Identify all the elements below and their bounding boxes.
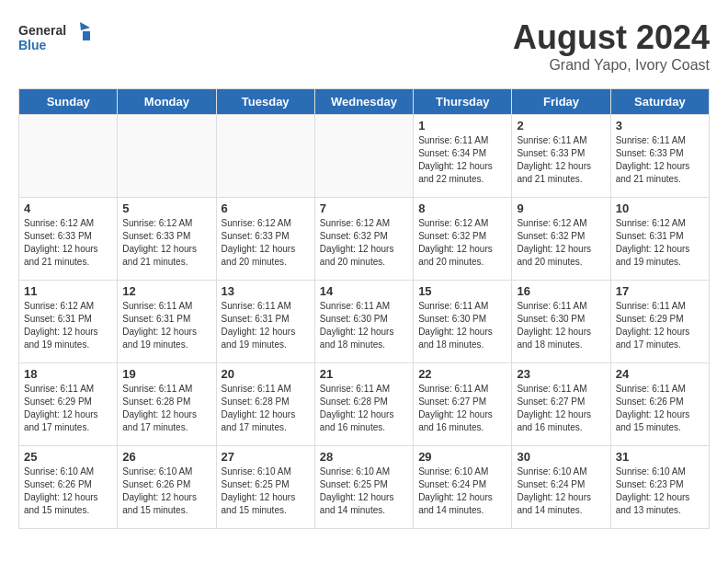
calendar-cell [314, 115, 413, 198]
weekday-header-thursday: Thursday [414, 89, 512, 115]
generalblue-logo: General Blue [18, 18, 92, 59]
calendar-cell: 8Sunrise: 6:12 AM Sunset: 6:32 PM Daylig… [414, 198, 512, 281]
weekday-header-wednesday: Wednesday [314, 89, 413, 115]
day-number: 21 [320, 367, 408, 381]
day-number: 27 [222, 450, 310, 464]
day-number: 17 [616, 284, 704, 298]
day-info: Sunrise: 6:10 AM Sunset: 6:26 PM Dayligh… [24, 465, 112, 517]
header: General Blue August 2024 Grand Yapo, Ivo… [18, 18, 710, 74]
weekday-header-friday: Friday [512, 89, 610, 115]
calendar-table: SundayMondayTuesdayWednesdayThursdayFrid… [18, 88, 710, 529]
calendar-cell: 11Sunrise: 6:12 AM Sunset: 6:31 PM Dayli… [19, 281, 118, 363]
day-info: Sunrise: 6:11 AM Sunset: 6:28 PM Dayligh… [222, 383, 310, 434]
calendar-cell: 6Sunrise: 6:12 AM Sunset: 6:33 PM Daylig… [216, 198, 314, 281]
day-number: 19 [122, 367, 210, 381]
calendar-week-3: 11Sunrise: 6:12 AM Sunset: 6:31 PM Dayli… [19, 281, 710, 363]
calendar-cell: 26Sunrise: 6:10 AM Sunset: 6:26 PM Dayli… [118, 446, 216, 529]
day-number: 25 [24, 450, 112, 464]
calendar-cell: 20Sunrise: 6:11 AM Sunset: 6:28 PM Dayli… [216, 363, 314, 446]
calendar-cell: 28Sunrise: 6:10 AM Sunset: 6:25 PM Dayli… [314, 446, 413, 529]
day-info: Sunrise: 6:10 AM Sunset: 6:25 PM Dayligh… [320, 465, 408, 517]
calendar-cell: 12Sunrise: 6:11 AM Sunset: 6:31 PM Dayli… [118, 281, 216, 363]
calendar-cell: 19Sunrise: 6:11 AM Sunset: 6:28 PM Dayli… [118, 363, 216, 446]
day-info: Sunrise: 6:12 AM Sunset: 6:32 PM Dayligh… [418, 217, 506, 269]
calendar-week-5: 25Sunrise: 6:10 AM Sunset: 6:26 PM Dayli… [19, 446, 710, 529]
calendar-cell: 3Sunrise: 6:11 AM Sunset: 6:33 PM Daylig… [610, 115, 709, 198]
day-number: 23 [517, 367, 605, 381]
calendar-cell: 25Sunrise: 6:10 AM Sunset: 6:26 PM Dayli… [19, 446, 118, 529]
calendar-cell: 16Sunrise: 6:11 AM Sunset: 6:30 PM Dayli… [512, 281, 610, 363]
calendar-cell: 24Sunrise: 6:11 AM Sunset: 6:26 PM Dayli… [610, 363, 709, 446]
day-number: 7 [320, 201, 408, 215]
weekday-header-sunday: Sunday [19, 89, 118, 115]
title-area: August 2024 Grand Yapo, Ivory Coast [513, 18, 710, 74]
calendar-cell: 4Sunrise: 6:12 AM Sunset: 6:33 PM Daylig… [19, 198, 118, 281]
day-info: Sunrise: 6:12 AM Sunset: 6:31 PM Dayligh… [24, 300, 112, 351]
day-number: 29 [418, 450, 506, 464]
calendar-header: SundayMondayTuesdayWednesdayThursdayFrid… [19, 89, 710, 115]
day-info: Sunrise: 6:11 AM Sunset: 6:31 PM Dayligh… [222, 300, 310, 351]
day-number: 20 [222, 367, 310, 381]
calendar-cell: 7Sunrise: 6:12 AM Sunset: 6:32 PM Daylig… [314, 198, 413, 281]
calendar-cell: 14Sunrise: 6:11 AM Sunset: 6:30 PM Dayli… [314, 281, 413, 363]
calendar-cell: 29Sunrise: 6:10 AM Sunset: 6:24 PM Dayli… [414, 446, 512, 529]
svg-text:General: General [18, 23, 66, 38]
calendar-cell: 21Sunrise: 6:11 AM Sunset: 6:28 PM Dayli… [314, 363, 413, 446]
day-info: Sunrise: 6:11 AM Sunset: 6:30 PM Dayligh… [320, 300, 408, 351]
day-info: Sunrise: 6:10 AM Sunset: 6:23 PM Dayligh… [616, 465, 704, 517]
day-info: Sunrise: 6:11 AM Sunset: 6:34 PM Dayligh… [418, 134, 506, 186]
calendar-location: Grand Yapo, Ivory Coast [513, 57, 710, 74]
day-info: Sunrise: 6:12 AM Sunset: 6:33 PM Dayligh… [24, 217, 112, 269]
day-info: Sunrise: 6:12 AM Sunset: 6:31 PM Dayligh… [616, 217, 704, 269]
calendar-cell: 9Sunrise: 6:12 AM Sunset: 6:32 PM Daylig… [512, 198, 610, 281]
logo: General Blue [18, 18, 92, 59]
svg-marker-3 [83, 31, 90, 40]
day-info: Sunrise: 6:11 AM Sunset: 6:28 PM Dayligh… [122, 383, 210, 434]
day-number: 14 [320, 284, 408, 298]
calendar-week-4: 18Sunrise: 6:11 AM Sunset: 6:29 PM Dayli… [19, 363, 710, 446]
weekday-header-monday: Monday [118, 89, 216, 115]
day-number: 9 [517, 201, 605, 215]
calendar-cell: 15Sunrise: 6:11 AM Sunset: 6:30 PM Dayli… [414, 281, 512, 363]
day-number: 13 [222, 284, 310, 298]
day-info: Sunrise: 6:11 AM Sunset: 6:31 PM Dayligh… [122, 300, 210, 351]
day-number: 2 [517, 119, 605, 132]
calendar-cell: 22Sunrise: 6:11 AM Sunset: 6:27 PM Dayli… [414, 363, 512, 446]
calendar-cell: 2Sunrise: 6:11 AM Sunset: 6:33 PM Daylig… [512, 115, 610, 198]
day-number: 31 [616, 450, 704, 464]
calendar-cell: 17Sunrise: 6:11 AM Sunset: 6:29 PM Dayli… [610, 281, 709, 363]
day-info: Sunrise: 6:11 AM Sunset: 6:26 PM Dayligh… [616, 383, 704, 434]
calendar-cell: 13Sunrise: 6:11 AM Sunset: 6:31 PM Dayli… [216, 281, 314, 363]
day-number: 6 [222, 201, 310, 215]
day-number: 18 [24, 367, 112, 381]
calendar-body: 1Sunrise: 6:11 AM Sunset: 6:34 PM Daylig… [19, 115, 710, 529]
svg-text:Blue: Blue [18, 38, 47, 52]
day-info: Sunrise: 6:10 AM Sunset: 6:25 PM Dayligh… [222, 465, 310, 517]
weekday-header-row: SundayMondayTuesdayWednesdayThursdayFrid… [19, 89, 710, 115]
day-info: Sunrise: 6:11 AM Sunset: 6:30 PM Dayligh… [418, 300, 506, 351]
day-info: Sunrise: 6:12 AM Sunset: 6:32 PM Dayligh… [320, 217, 408, 269]
day-number: 1 [418, 119, 506, 132]
calendar-title: August 2024 [513, 18, 710, 57]
calendar-cell: 1Sunrise: 6:11 AM Sunset: 6:34 PM Daylig… [414, 115, 512, 198]
day-number: 24 [616, 367, 704, 381]
day-number: 15 [418, 284, 506, 298]
calendar-week-2: 4Sunrise: 6:12 AM Sunset: 6:33 PM Daylig… [19, 198, 710, 281]
day-number: 12 [122, 284, 210, 298]
day-number: 26 [122, 450, 210, 464]
day-info: Sunrise: 6:10 AM Sunset: 6:24 PM Dayligh… [517, 465, 605, 517]
day-number: 3 [616, 119, 704, 132]
day-info: Sunrise: 6:12 AM Sunset: 6:33 PM Dayligh… [222, 217, 310, 269]
svg-marker-2 [80, 22, 90, 30]
calendar-cell: 30Sunrise: 6:10 AM Sunset: 6:24 PM Dayli… [512, 446, 610, 529]
day-number: 16 [517, 284, 605, 298]
day-info: Sunrise: 6:10 AM Sunset: 6:24 PM Dayligh… [418, 465, 506, 517]
calendar-cell: 31Sunrise: 6:10 AM Sunset: 6:23 PM Dayli… [610, 446, 709, 529]
day-number: 5 [122, 201, 210, 215]
day-info: Sunrise: 6:11 AM Sunset: 6:28 PM Dayligh… [320, 383, 408, 434]
day-info: Sunrise: 6:11 AM Sunset: 6:33 PM Dayligh… [616, 134, 704, 186]
day-info: Sunrise: 6:11 AM Sunset: 6:29 PM Dayligh… [616, 300, 704, 351]
day-info: Sunrise: 6:11 AM Sunset: 6:27 PM Dayligh… [517, 383, 605, 434]
calendar-cell [19, 115, 118, 198]
calendar-cell: 10Sunrise: 6:12 AM Sunset: 6:31 PM Dayli… [610, 198, 709, 281]
